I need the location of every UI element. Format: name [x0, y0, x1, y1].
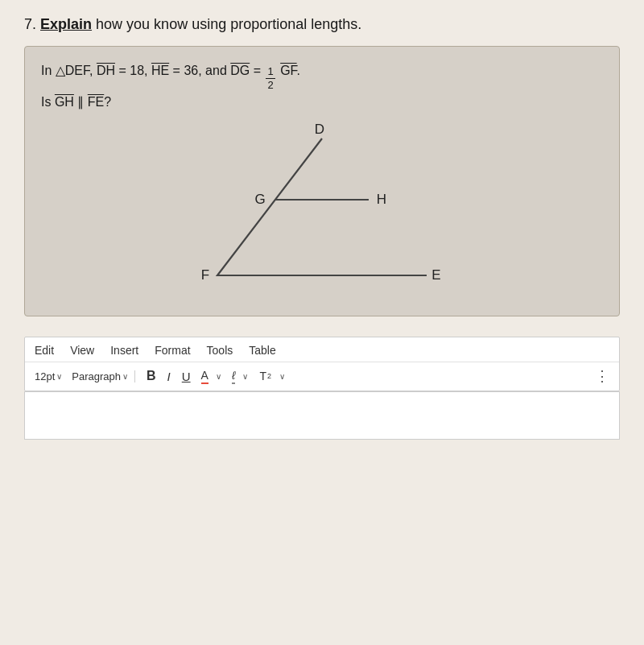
- problem-line2: Is GH ∥ FE?: [41, 91, 603, 114]
- diagram-svg: D G H F E: [153, 122, 491, 300]
- font-size-value: 12pt: [35, 370, 55, 382]
- more-options-button[interactable]: ⋮: [595, 367, 609, 385]
- superscript-button[interactable]: T2: [256, 368, 275, 384]
- font-color-chevron[interactable]: ∨: [216, 372, 221, 381]
- menu-table[interactable]: Table: [249, 344, 275, 357]
- answer-area[interactable]: [24, 391, 620, 440]
- font-color-bar: [201, 382, 208, 384]
- question-text: how you know using proportional lengths.: [96, 16, 361, 32]
- paragraph-selector[interactable]: Paragraph ∨: [72, 370, 135, 382]
- menu-edit[interactable]: Edit: [35, 344, 54, 357]
- problem-text-1: In △DEF, DH = 18, HE = 36, and DG =: [41, 60, 264, 83]
- label-D: D: [315, 122, 324, 137]
- problem-text-2: GF.: [277, 60, 300, 83]
- font-color-button[interactable]: A: [199, 367, 211, 386]
- diagram-area: D G H F E: [41, 122, 603, 308]
- label-G: G: [254, 192, 265, 207]
- label-H: H: [377, 192, 386, 207]
- fraction: 1 2: [266, 65, 275, 91]
- explain-label: Explain: [40, 16, 92, 32]
- font-size-chevron: ∨: [56, 372, 62, 381]
- paragraph-chevron: ∨: [122, 372, 128, 381]
- menu-bar: Edit View Insert Format Tools Table: [25, 337, 619, 362]
- highlight-chevron[interactable]: ∨: [242, 372, 248, 381]
- problem-line1: In △DEF, DH = 18, HE = 36, and DG = 1 2 …: [41, 60, 603, 91]
- question-header: 7. Explain how you know using proportion…: [24, 16, 620, 33]
- paragraph-label: Paragraph: [72, 370, 121, 382]
- menu-tools[interactable]: Tools: [207, 344, 233, 357]
- menu-format[interactable]: Format: [155, 344, 190, 357]
- label-F: F: [201, 267, 209, 283]
- page: 7. Explain how you know using proportion…: [0, 0, 644, 645]
- toolbar-area: Edit View Insert Format Tools Table 12pt…: [24, 337, 620, 391]
- italic-button[interactable]: I: [164, 368, 174, 385]
- formatting-bar: 12pt ∨ Paragraph ∨ B I U A ∨ ℓ: [25, 362, 619, 391]
- content-box: In △DEF, DH = 18, HE = 36, and DG = 1 2 …: [24, 46, 620, 316]
- bold-button[interactable]: B: [143, 367, 159, 385]
- highlight-icon: ℓ: [232, 369, 236, 382]
- menu-insert[interactable]: Insert: [110, 344, 138, 357]
- superscript-chevron[interactable]: ∨: [279, 372, 285, 381]
- math-statement: In △DEF, DH = 18, HE = 36, and DG = 1 2 …: [41, 60, 603, 114]
- menu-view[interactable]: View: [70, 344, 94, 357]
- font-size-selector[interactable]: 12pt ∨: [35, 370, 67, 382]
- label-E: E: [431, 267, 440, 283]
- highlight-button[interactable]: ℓ: [229, 367, 238, 386]
- question-number: 7.: [24, 16, 36, 32]
- highlight-bar: [232, 382, 236, 384]
- underline-button[interactable]: U: [179, 368, 194, 385]
